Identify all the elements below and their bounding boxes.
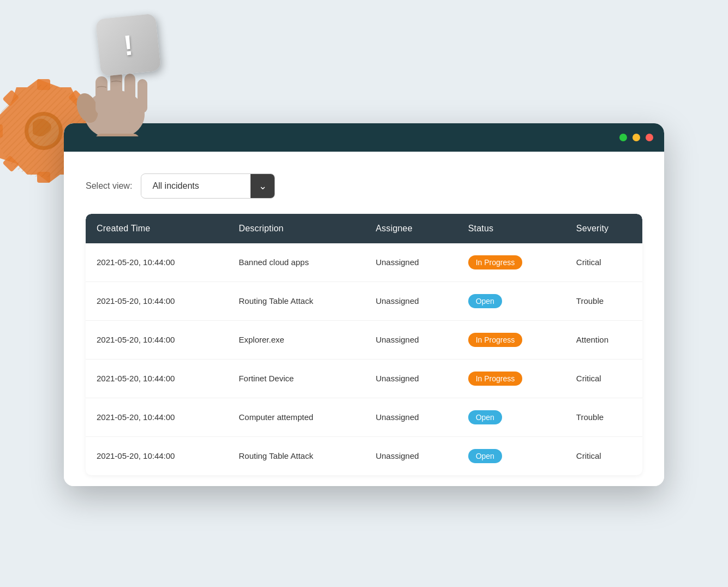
cell-severity: Trouble (565, 281, 642, 320)
cell-status: Open (457, 398, 565, 436)
table-body: 2021-05-20, 10:44:00 Banned cloud apps U… (86, 243, 642, 475)
table-row[interactable]: 2021-05-20, 10:44:00 Routing Table Attac… (86, 436, 642, 475)
status-badge: In Progress (468, 333, 523, 347)
main-window: Select view: All incidents ⌄ Created Tim… (64, 123, 664, 486)
cell-created-time: 2021-05-20, 10:44:00 (86, 281, 228, 320)
window-body: Select view: All incidents ⌄ Created Tim… (64, 152, 664, 486)
yellow-button[interactable] (632, 134, 640, 141)
cell-status: Open (457, 281, 565, 320)
cell-assignee: Unassigned (365, 359, 457, 398)
cell-description: Computer attempted (228, 398, 365, 436)
window-controls (619, 134, 653, 141)
cell-created-time: 2021-05-20, 10:44:00 (86, 320, 228, 359)
cell-assignee: Unassigned (365, 398, 457, 436)
status-badge: Open (468, 410, 502, 424)
status-badge: Open (468, 294, 502, 308)
cell-created-time: 2021-05-20, 10:44:00 (86, 359, 228, 398)
table-row[interactable]: 2021-05-20, 10:44:00 Banned cloud apps U… (86, 243, 642, 282)
incidents-table-wrapper: Created Time Description Assignee Status… (86, 214, 642, 475)
cell-status: Open (457, 436, 565, 475)
chevron-down-icon[interactable]: ⌄ (250, 174, 275, 198)
col-header-assignee: Assignee (365, 214, 457, 243)
cell-created-time: 2021-05-20, 10:44:00 (86, 398, 228, 436)
col-header-severity: Severity (565, 214, 642, 243)
cell-description: Banned cloud apps (228, 243, 365, 282)
table-row[interactable]: 2021-05-20, 10:44:00 Routing Table Attac… (86, 281, 642, 320)
status-badge: Open (468, 449, 502, 463)
view-dropdown[interactable]: All incidents ⌄ (141, 173, 275, 199)
select-view-row: Select view: All incidents ⌄ (86, 173, 642, 199)
cell-severity: Critical (565, 359, 642, 398)
title-bar (64, 123, 664, 152)
cell-description: Explorer.exe (228, 320, 365, 359)
incidents-table: Created Time Description Assignee Status… (86, 214, 642, 475)
cell-severity: Critical (565, 243, 642, 282)
table-row[interactable]: 2021-05-20, 10:44:00 Fortinet Device Una… (86, 359, 642, 398)
cell-severity: Trouble (565, 398, 642, 436)
cell-description: Fortinet Device (228, 359, 365, 398)
svg-rect-17 (138, 79, 147, 113)
cell-assignee: Unassigned (365, 281, 457, 320)
cell-description: Routing Table Attack (228, 436, 365, 475)
cell-status: In Progress (457, 320, 565, 359)
cell-status: In Progress (457, 359, 565, 398)
col-header-created-time: Created Time (86, 214, 228, 243)
green-button[interactable] (619, 134, 627, 141)
table-header: Created Time Description Assignee Status… (86, 214, 642, 243)
cell-severity: Attention (565, 320, 642, 359)
cell-assignee: Unassigned (365, 243, 457, 282)
cell-assignee: Unassigned (365, 436, 457, 475)
view-dropdown-value: All incidents (141, 176, 250, 196)
red-button[interactable] (646, 134, 653, 141)
cell-status: In Progress (457, 243, 565, 282)
cell-severity: Critical (565, 436, 642, 475)
col-header-status: Status (457, 214, 565, 243)
cell-created-time: 2021-05-20, 10:44:00 (86, 436, 228, 475)
table-row[interactable]: 2021-05-20, 10:44:00 Explorer.exe Unassi… (86, 320, 642, 359)
status-badge: In Progress (468, 255, 523, 269)
cell-assignee: Unassigned (365, 320, 457, 359)
select-view-label: Select view: (86, 181, 132, 191)
cell-description: Routing Table Attack (228, 281, 365, 320)
table-row[interactable]: 2021-05-20, 10:44:00 Computer attempted … (86, 398, 642, 436)
cell-created-time: 2021-05-20, 10:44:00 (86, 243, 228, 282)
status-badge: In Progress (468, 372, 523, 386)
col-header-description: Description (228, 214, 365, 243)
